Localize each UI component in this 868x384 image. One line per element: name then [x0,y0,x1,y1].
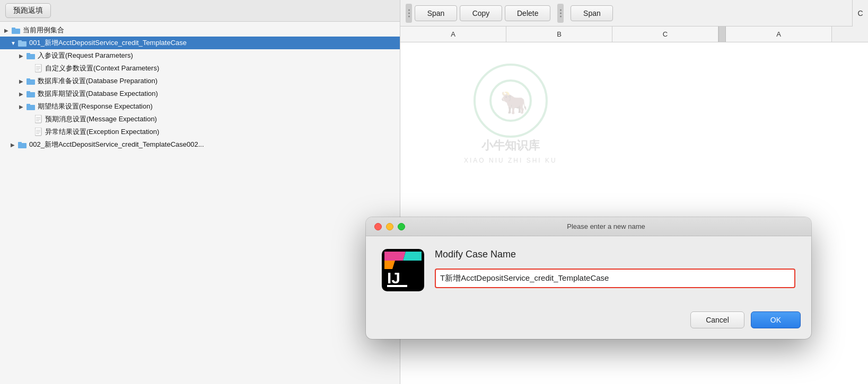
arrow-icon-db-prep: ▶ [19,78,27,84]
ij-logo: IJ [382,249,424,293]
tree-item-msg-label: 预期消息设置(Message Expectation) [45,114,157,124]
col-header-c: C [612,26,718,42]
tree-item-req-label: 入参设置(Request Parameters) [38,51,133,60]
folder-icon-resp [27,103,35,110]
tree-item-002[interactable]: ▶ 002_新增AcctDepositService_credit_Templa… [0,138,400,151]
svg-marker-36 [403,252,422,261]
dialog-content: Modify Case Name [435,249,795,288]
spreadsheet-header: A B C A [400,26,868,42]
partial-btn-label: C [857,9,863,17]
file-icon-ctx [35,64,42,73]
svg-rect-39 [387,285,407,287]
copy-button[interactable]: Copy [460,5,502,21]
tree-item-exc-label: 异常结果设置(Exception Expectation) [45,127,159,137]
svg-point-32 [490,81,531,121]
dialog: Please enter a new name IJ [366,217,811,339]
svg-rect-1 [12,28,15,30]
svg-rect-3 [18,40,22,42]
arrow-icon-001: ▼ [11,40,18,46]
svg-text:🐂: 🐂 [500,90,528,116]
svg-point-27 [408,12,410,14]
arrow-icon-req: ▶ [19,53,27,59]
ij-logo-svg: IJ [382,249,424,291]
ok-button[interactable]: OK [751,311,801,328]
tree-root[interactable]: ▶ 当前用例集合 [0,24,400,37]
pre-run-button[interactable]: 预跑返填 [5,3,51,18]
dialog-input-wrap [435,269,795,288]
toolbar: 预跑返填 [0,0,400,22]
left-panel: 预跑返填 ▶ 当前用例集合 ▼ 001_新增AcctDepositService… [0,0,400,384]
folder-icon-db-exp [27,91,35,97]
col-header-a2: A [726,26,832,42]
tree-item-db-prep-label: 数据库准备设置(Database Preparation) [38,76,157,86]
span-button-1[interactable]: Span [415,5,457,21]
span-button-2[interactable]: Span [571,5,613,21]
arrow-icon-resp: ▶ [19,104,27,110]
svg-point-28 [408,15,410,17]
dialog-heading: Modify Case Name [435,249,795,260]
folder-icon-001 [18,40,27,47]
col-separator [718,26,726,42]
watermark-zh-text: 小牛知识库 [481,138,540,154]
svg-rect-11 [27,78,30,81]
col-header-a1: A [400,26,506,42]
dialog-footer: Cancel OK [366,306,811,339]
svg-point-29 [560,9,562,11]
arrow-icon: ▶ [4,28,12,33]
delete-button[interactable]: Delete [505,5,550,21]
svg-point-26 [408,9,410,11]
folder-icon-req [27,52,35,59]
case-name-input[interactable] [439,271,791,286]
traffic-light-green[interactable] [398,223,405,230]
svg-rect-25 [18,142,22,144]
tree-item-ctx[interactable]: 自定义参数设置(Context Parameters) [0,62,400,75]
file-icon-msg [35,115,42,123]
tree-item-002-label: 002_新增AcctDepositService_credit_Template… [29,140,204,149]
svg-marker-35 [384,252,406,261]
tree-item-db-prep[interactable]: ▶ 数据库准备设置(Database Preparation) [0,75,400,87]
tree-item-001[interactable]: ▼ 001_新增AcctDepositService_credit_Templa… [0,37,400,49]
tree-item-msg[interactable]: 预期消息设置(Message Expectation) [0,113,400,126]
svg-text:IJ: IJ [387,269,400,287]
divider-left[interactable] [406,4,412,23]
tree-item-resp[interactable]: ▶ 期望结果设置(Response Expectation) [0,100,400,113]
watermark-circle: 🐂 [474,64,548,138]
arrow-icon-002: ▶ [11,142,18,148]
watermark: 🐂 小牛知识库 XIAO NIU ZHI SHI KU [464,64,557,164]
svg-point-30 [560,12,562,14]
tree-root-label: 当前用例集合 [23,25,64,35]
tree-item-db-exp[interactable]: ▶ 数据库期望设置(Database Expectation) [0,87,400,100]
folder-icon-002 [18,141,27,148]
svg-rect-13 [27,91,30,93]
tree-item-ctx-label: 自定义参数设置(Context Parameters) [45,64,159,73]
divider-middle[interactable] [557,4,564,23]
spreadsheet-toolbar: Span Copy Delete Span C [400,0,868,26]
arrow-icon-db-exp: ▶ [19,91,27,97]
traffic-light-red[interactable] [374,223,382,230]
cancel-button[interactable]: Cancel [690,311,744,328]
watermark-bull-icon: 🐂 [489,79,532,122]
tree-item-exc[interactable]: 异常结果设置(Exception Expectation) [0,126,400,138]
file-icon-exc [35,128,42,136]
traffic-light-yellow[interactable] [386,223,393,230]
svg-rect-15 [27,104,30,106]
tree-item-resp-label: 期望结果设置(Response Expectation) [38,102,153,111]
dialog-titlebar-text: Please enter a new name [409,222,803,230]
partial-btn: C [852,0,868,26]
col-header-b: B [506,26,612,42]
dialog-titlebar: Please enter a new name [366,217,811,236]
tree-area: ▶ 当前用例集合 ▼ 001_新增AcctDepositService_cred… [0,22,400,384]
watermark-en-text: XIAO NIU ZHI SHI KU [464,157,557,164]
svg-rect-5 [27,53,30,55]
tree-item-req[interactable]: ▶ 入参设置(Request Parameters) [0,49,400,62]
folder-icon [12,27,20,34]
tree-item-001-label: 001_新增AcctDepositService_credit_Template… [29,38,187,48]
svg-point-31 [560,15,562,17]
dialog-body: IJ Modify Case Name [366,236,811,306]
tree-item-db-exp-label: 数据库期望设置(Database Expectation) [38,89,158,99]
folder-icon-db-prep [27,78,35,85]
